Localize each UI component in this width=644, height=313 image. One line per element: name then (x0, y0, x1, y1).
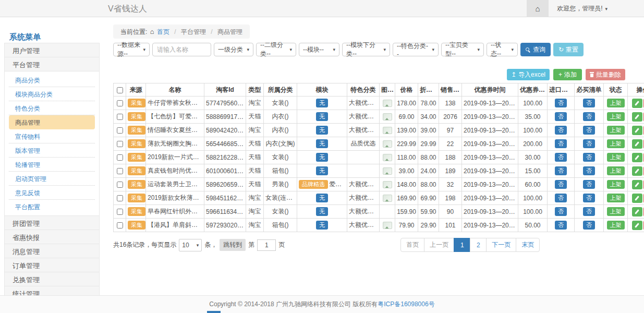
sidebar-item-platform-6[interactable]: 轮播管理 (9, 158, 95, 172)
import-excel-button[interactable]: ↥ 导入excel (507, 69, 550, 80)
sidebar-item-platform-4[interactable]: 宣传物料 (9, 129, 95, 143)
module-sub-filter[interactable]: --模块下分类--▾ (342, 43, 390, 56)
row-checkbox[interactable] (117, 168, 123, 174)
row-checkbox[interactable] (117, 195, 123, 201)
page-button-首页[interactable]: 首页 (400, 238, 424, 252)
edit-button[interactable] (632, 139, 642, 149)
must-buy-toggle[interactable]: 否 (583, 207, 595, 216)
batch-delete-button[interactable]: 批量删除 (586, 69, 625, 80)
edit-button[interactable] (632, 207, 642, 216)
status-toggle[interactable]: 上架 (607, 139, 625, 148)
plus-icon: + (558, 71, 562, 78)
edit-button[interactable] (632, 194, 642, 203)
breadcrumb-home-link[interactable]: 首页 (157, 28, 169, 35)
row-checkbox[interactable] (117, 100, 123, 106)
sidebar-item-platform-0[interactable]: 商品分类 (9, 73, 95, 87)
import-pick-toggle[interactable]: 否 (555, 180, 567, 189)
sidebar-group-message[interactable]: 消息管理 (4, 244, 100, 258)
status-toggle[interactable]: 上架 (607, 126, 625, 135)
must-buy-toggle[interactable]: 否 (583, 139, 595, 148)
page-size-select[interactable]: 10 ▾ (179, 239, 202, 251)
name-search-input[interactable] (152, 43, 211, 56)
edit-button[interactable] (632, 153, 642, 162)
feature-filter[interactable]: --特色分类--▾ (393, 43, 439, 56)
source-cell: 采集 (126, 178, 146, 191)
sidebar-item-platform-7[interactable]: 启动页管理 (9, 172, 95, 186)
row-checkbox[interactable] (117, 209, 123, 215)
add-button[interactable]: + 添加 (553, 69, 582, 80)
row-checkbox[interactable] (117, 114, 123, 120)
feature-cell: 大额优惠券 (347, 191, 380, 205)
must-buy-toggle[interactable]: 否 (583, 126, 595, 135)
page-button-上一页[interactable]: 上一页 (424, 238, 454, 252)
status-toggle[interactable]: 上架 (607, 153, 625, 162)
status-toggle[interactable]: 上架 (607, 221, 625, 230)
import-pick-toggle[interactable]: 否 (555, 221, 567, 230)
must-buy-toggle[interactable]: 否 (583, 112, 595, 121)
jump-button[interactable]: 跳转到 (220, 239, 246, 251)
reset-button[interactable]: ↻重置 (553, 43, 584, 56)
status-toggle[interactable]: 上架 (607, 207, 625, 216)
sidebar-item-platform-3[interactable]: 商品管理 (9, 115, 95, 129)
module-filter[interactable]: --模块--▾ (299, 43, 339, 56)
import-pick-toggle[interactable]: 否 (555, 207, 567, 216)
status-toggle[interactable]: 上架 (607, 194, 625, 202)
sidebar-item-platform-2[interactable]: 特色分类 (9, 101, 95, 115)
table-row: 采集早春网红针织外套女春...596611634525淘宝女装()无大额优惠券1… (114, 205, 644, 219)
sidebar-group-order[interactable]: 订单管理 (4, 258, 100, 272)
user-menu[interactable]: 欢迎您，管理员! ▾ (549, 0, 644, 17)
jump-page-input[interactable] (257, 239, 276, 251)
must-buy-toggle[interactable]: 否 (583, 194, 595, 202)
status-toggle[interactable]: 上架 (607, 112, 625, 121)
row-checkbox[interactable] (117, 141, 123, 147)
sidebar-group-express[interactable]: 省惠快报 (4, 230, 100, 244)
header-home-button[interactable]: ⌂ (527, 0, 549, 17)
must-buy-toggle[interactable]: 否 (583, 221, 595, 230)
sidebar-item-platform-8[interactable]: 意见反馈 (9, 186, 95, 200)
row-checkbox[interactable] (117, 222, 123, 228)
status-toggle[interactable]: 上架 (607, 166, 625, 175)
item-type-filter[interactable]: --宝贝类型--▾ (441, 43, 484, 56)
edit-button[interactable] (632, 166, 642, 176)
category-level2-filter[interactable]: --二级分类--▾ (256, 43, 296, 56)
row-checkbox[interactable] (117, 182, 123, 188)
must-buy-toggle[interactable]: 否 (583, 153, 595, 162)
search-button[interactable]: 查询 (520, 43, 551, 56)
import-pick-toggle[interactable]: 否 (555, 153, 567, 162)
import-pick-toggle[interactable]: 否 (555, 194, 567, 202)
page-button-末页[interactable]: 末页 (516, 238, 540, 252)
import-pick-toggle[interactable]: 否 (555, 139, 567, 148)
sidebar-item-platform-1[interactable]: 模块商品分类 (9, 87, 95, 101)
sidebar-group-stats[interactable]: 统计管理 (4, 286, 100, 295)
edit-button[interactable] (632, 99, 642, 108)
page-button-1[interactable]: 1 (454, 238, 470, 252)
category-level1-filter[interactable]: 一级分类▾ (214, 43, 253, 56)
import-pick-toggle[interactable]: 否 (555, 166, 567, 175)
sidebar-group-group-buy[interactable]: 拼团管理 (4, 215, 100, 230)
sidebar-item-platform-9[interactable]: 平台配置 (9, 200, 95, 214)
status-filter[interactable]: --状态--▾ (487, 43, 518, 56)
status-toggle[interactable]: 上架 (607, 180, 625, 189)
import-pick-toggle[interactable]: 否 (555, 99, 567, 107)
edit-button[interactable] (632, 126, 642, 135)
sidebar-group-platform[interactable]: 平台管理 (4, 57, 100, 71)
page-button-2[interactable]: 2 (470, 238, 487, 252)
icp-link[interactable]: 粤ICP备16098006号 (378, 300, 434, 308)
edit-button[interactable] (632, 221, 642, 230)
page-button-下一页[interactable]: 下一页 (486, 238, 516, 252)
row-checkbox[interactable] (117, 154, 123, 161)
edit-button[interactable] (632, 180, 642, 189)
sidebar-group-user[interactable]: 用户管理 (4, 43, 100, 57)
import-pick-toggle[interactable]: 否 (555, 112, 567, 121)
must-buy-toggle[interactable]: 否 (583, 99, 595, 107)
must-buy-toggle[interactable]: 否 (583, 166, 595, 175)
edit-button[interactable] (632, 112, 642, 122)
data-source-filter[interactable]: --数据来源--▾ (113, 43, 150, 56)
sidebar-group-exchange[interactable]: 兑换管理 (4, 272, 100, 286)
row-checkbox[interactable] (117, 127, 123, 134)
must-buy-toggle[interactable]: 否 (583, 180, 595, 189)
import-pick-toggle[interactable]: 否 (555, 126, 567, 135)
select-all-checkbox[interactable] (117, 87, 123, 93)
sidebar-item-platform-5[interactable]: 版本管理 (9, 143, 95, 158)
status-toggle[interactable]: 上架 (607, 99, 625, 107)
